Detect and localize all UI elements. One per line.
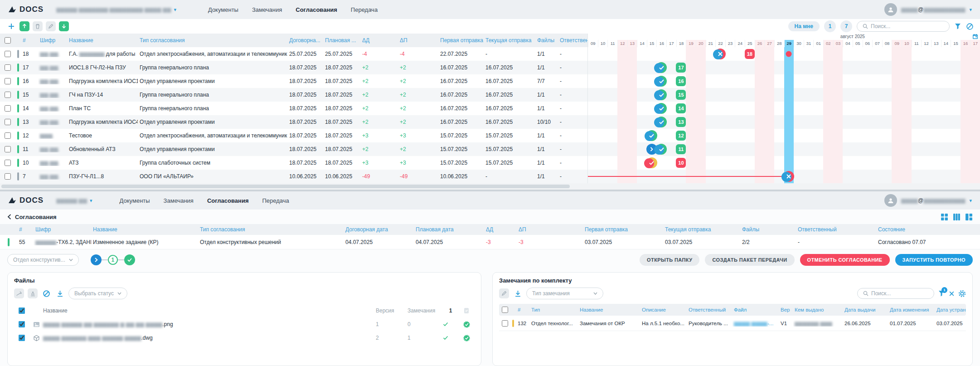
search-input[interactable] (871, 23, 944, 29)
column-header[interactable]: Ответственный (687, 307, 733, 312)
rejected-x-marker[interactable] (715, 49, 726, 59)
filter-icon[interactable] (954, 23, 961, 30)
view-columns-icon[interactable] (953, 213, 961, 221)
file-name[interactable]: ▆▆▆▆ ▆▆▆▆▆▆ ▆▆▆ ▆▆▆▆▆ ▆▆▆▆.dwg (43, 335, 376, 341)
approval-row[interactable]: 12▆▆▆.ТестовоеОтдел электроснабжения, ав… (0, 129, 587, 142)
day-header-cell[interactable]: 03 (833, 40, 843, 47)
delete-button[interactable] (33, 21, 43, 31)
step-stage-1[interactable]: 1 (108, 255, 118, 265)
day-header-cell[interactable]: 12 (921, 40, 931, 47)
day-header-cell[interactable]: 20 (696, 40, 706, 47)
column-header[interactable]: Плановая ... (323, 37, 360, 44)
day-header-cell[interactable]: 19 (686, 40, 696, 47)
day-header-cell[interactable]: 05 (853, 40, 863, 47)
column-header[interactable]: Шифр (34, 226, 91, 233)
approval-row[interactable]: 10▆▆.▆▆.АТЗГруппа слаботочных систем18.0… (0, 156, 587, 170)
row-number-badge[interactable]: 12 (676, 131, 686, 141)
user-menu[interactable]: ▆▆▆▆@▆▆▆▆▆▆▆▆▆▆ ▾ (884, 3, 972, 16)
action-button-gray[interactable]: СОЗДАТЬ ПАКЕТ ПЕРЕДАЧИ (705, 254, 794, 266)
remarks-search-box[interactable] (857, 288, 934, 299)
row-number-badge[interactable]: 13 (676, 117, 686, 127)
step-done-icon[interactable] (124, 254, 135, 265)
column-header[interactable]: # (516, 307, 530, 312)
row-checkbox[interactable] (5, 92, 11, 98)
day-header-cell[interactable]: 31 (804, 40, 814, 47)
column-header[interactable]: Ответственный (796, 226, 876, 233)
approval-row[interactable]: 14▆▆.▆▆.План ТСГруппа генерального плана… (0, 102, 587, 115)
file-row[interactable]: ▆▆▆▆ ▆▆▆▆▆ ▆▆ ▆▆▆▆▆▆ ▆ ▆▆ ▆▆ ▆▆▆▆.png10 (14, 317, 475, 331)
day-header-cell[interactable]: 13 (627, 40, 637, 47)
column-header[interactable]: Название (578, 307, 640, 312)
row-checkbox[interactable] (5, 132, 11, 139)
day-header-cell[interactable]: 11 (607, 40, 617, 47)
horizontal-scrollbar[interactable] (0, 183, 980, 190)
detail-row[interactable]: 55▆▆▆▆▆-ТХ6.2, ЗДАНИ...Измененное задани… (0, 235, 980, 249)
row-number-badge[interactable]: 16 (676, 76, 686, 86)
column-header[interactable]: # (21, 37, 38, 44)
row-checkbox[interactable] (5, 173, 11, 180)
row-checkbox[interactable] (5, 119, 11, 125)
filter-pill-7[interactable]: 7 (840, 20, 852, 32)
column-header[interactable]: Договорна... (287, 37, 323, 44)
remarks-filter-icon[interactable]: 1 (938, 290, 945, 297)
day-header-cell[interactable]: 12 (617, 40, 627, 47)
column-header[interactable]: Файлы (535, 37, 558, 44)
row-number-badge[interactable]: 18 (745, 49, 755, 59)
day-header-cell[interactable]: 13 (931, 40, 941, 47)
prohibit-button[interactable] (41, 288, 51, 298)
approved-check-marker[interactable] (656, 103, 667, 114)
column-header[interactable]: # (17, 226, 34, 233)
calendar-icon[interactable] (972, 34, 978, 39)
remark-checkbox[interactable] (502, 320, 508, 327)
row-checkbox[interactable] (5, 160, 11, 166)
row-number-badge[interactable]: 10 (676, 158, 686, 168)
row-checkbox[interactable] (5, 64, 11, 71)
day-header-cell[interactable]: 25 (745, 40, 755, 47)
nav-item-передача[interactable]: Передача (351, 6, 378, 13)
row-number-badge[interactable]: 11 (676, 144, 686, 154)
day-header-cell[interactable]: 10 (598, 40, 608, 47)
filter-on-me[interactable]: На мне (788, 21, 820, 31)
column-header[interactable]: Первая отправка (438, 37, 484, 44)
day-header-cell[interactable]: 16 (961, 40, 970, 47)
file-checkbox[interactable] (19, 321, 25, 327)
download-button[interactable] (59, 21, 69, 31)
remark-row[interactable]: 132Отдел технолог...Замечания от ОКРНа л… (499, 316, 966, 331)
select-all-files-checkbox[interactable] (19, 307, 25, 314)
day-header-cell[interactable]: 14 (637, 40, 647, 47)
file-name[interactable]: ▆▆▆▆ ▆▆▆▆▆ ▆▆ ▆▆▆▆▆▆ ▆ ▆▆ ▆▆ ▆▆▆▆.png (43, 321, 376, 327)
action-button-blue[interactable]: ЗАПУСТИТЬ ПОВТОРНО (895, 254, 973, 266)
column-header[interactable]: Шифр (38, 37, 67, 44)
column-header[interactable]: Дата изменения (888, 307, 935, 312)
project-selector[interactable]: ▆▆▆▆▆ ▆▆ ▾ (56, 197, 92, 204)
column-header[interactable]: Текущая отправка (663, 226, 740, 233)
row-checkbox[interactable] (5, 51, 11, 57)
project-selector[interactable]: ▆▆▆▆▆ ▆▆▆▆▆▆▆ ▆▆▆▆▆▆▆▆ ▆▆▆▆ ▆▆ ▾ (56, 6, 176, 13)
day-header-cell[interactable]: 30 (794, 40, 804, 47)
nav-item-передача[interactable]: Передача (262, 197, 289, 204)
day-header-cell[interactable]: 28 (774, 40, 784, 47)
day-header-cell[interactable]: 02 (823, 40, 833, 47)
day-header-cell[interactable]: 15 (647, 40, 657, 47)
approved-check-marker[interactable] (656, 117, 667, 127)
column-header[interactable]: ΔП (517, 226, 583, 233)
action-button-red[interactable]: ОТМЕНИТЬ СОГЛАСОВАНИЕ (800, 254, 890, 266)
column-header[interactable]: Тип (530, 307, 578, 312)
day-header-cell[interactable]: 09 (588, 40, 598, 47)
view-grid-icon[interactable] (941, 213, 948, 221)
remark-type-dropdown[interactable]: Тип замечания (526, 288, 603, 299)
day-header-cell[interactable]: 08 (882, 40, 892, 47)
row-number-badge[interactable]: 14 (676, 103, 686, 113)
remarks-search-input[interactable] (871, 290, 928, 297)
day-header-cell[interactable]: 15 (951, 40, 961, 47)
rejected-x-marker[interactable] (783, 171, 794, 182)
column-header[interactable]: Название (91, 226, 198, 233)
signature-button[interactable] (14, 288, 24, 298)
column-header[interactable]: Текущая отправка (484, 37, 535, 44)
approved-check-marker[interactable] (656, 89, 667, 100)
download-remarks-button[interactable] (513, 288, 523, 298)
row-checkbox[interactable] (5, 105, 11, 112)
day-header-cell[interactable]: 22 (715, 40, 725, 47)
column-header[interactable]: Вер (779, 307, 793, 312)
nav-item-замечания[interactable]: Замечания (164, 197, 194, 204)
